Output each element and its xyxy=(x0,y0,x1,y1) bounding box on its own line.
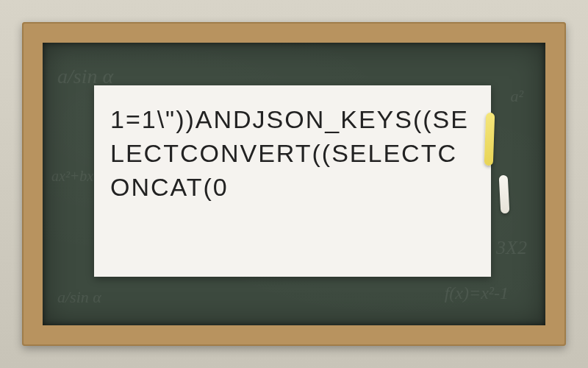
faded-formula-br2: 3X2 xyxy=(496,237,527,259)
faded-formula-bottom-right: f(x)=x²-1 xyxy=(445,283,509,303)
chalkboard-surface: a/sin α ax²+bx+c a/sin α a² 3X2 f(x)=x²-… xyxy=(43,43,545,325)
chalk-white-icon: white-chalk xyxy=(499,175,510,214)
paper-text-content: 1=1\"))ANDJSON_KEYS((SELECTCONVERT((SELE… xyxy=(110,103,475,205)
faded-formula-top-right: a² xyxy=(510,87,523,106)
chalk-yellow-icon: yellow-chalk xyxy=(484,113,495,166)
faded-formula-bottom-left: a/sin α xyxy=(57,288,101,307)
chalkboard-frame: a/sin α ax²+bx+c a/sin α a² 3X2 f(x)=x²-… xyxy=(22,22,566,346)
paper-note: 1=1\"))ANDJSON_KEYS((SELECTCONVERT((SELE… xyxy=(94,85,491,277)
